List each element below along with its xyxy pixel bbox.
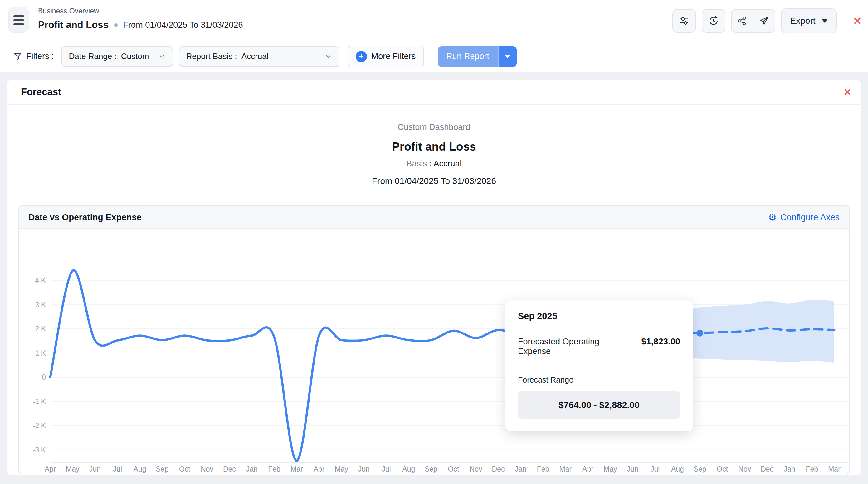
svg-text:Nov: Nov	[738, 465, 751, 473]
more-filters-label: More Filters	[371, 52, 416, 61]
svg-text:Jul: Jul	[381, 465, 391, 473]
chevron-down-icon	[158, 53, 166, 60]
svg-text:Mar: Mar	[290, 465, 303, 473]
filter-funnel-icon	[13, 52, 23, 61]
svg-text:Jun: Jun	[89, 465, 101, 473]
svg-text:May: May	[66, 465, 80, 473]
svg-text:Jun: Jun	[627, 465, 638, 473]
dashboard-subtitle: Custom Dashboard	[6, 122, 862, 132]
plus-icon: +	[356, 51, 367, 62]
refresh-history-button[interactable]	[702, 9, 725, 33]
date-range-label: Date Range :	[69, 52, 117, 61]
refresh-history-icon	[708, 15, 719, 27]
svg-text:Aug: Aug	[671, 465, 684, 473]
svg-text:Apr: Apr	[582, 465, 593, 473]
tooltip-range-value: $764.00 - $2,882.00	[518, 391, 680, 419]
page-title: Profit and Loss	[38, 19, 108, 31]
svg-text:2 K: 2 K	[35, 325, 46, 333]
chart-card: Date vs Operating Expense ⚙ Configure Ax…	[19, 205, 849, 474]
svg-text:-1 K: -1 K	[33, 398, 46, 406]
svg-text:Oct: Oct	[448, 465, 459, 473]
svg-text:4 K: 4 K	[35, 276, 46, 284]
more-filters-button[interactable]: + More Filters	[348, 46, 424, 67]
svg-text:Apr: Apr	[44, 465, 56, 473]
divider	[518, 329, 680, 329]
share-button[interactable]	[732, 10, 753, 32]
svg-text:Jul: Jul	[651, 465, 659, 473]
close-forecast-button[interactable]: ✕	[843, 87, 851, 97]
tooltip-metric-label: Forecasted Operating Expense	[518, 337, 634, 356]
report-basis-line: Basis : Accrual	[6, 159, 862, 169]
date-range-dropdown[interactable]: Date Range : Custom	[61, 46, 173, 67]
share-icon	[737, 16, 748, 26]
dot-separator	[114, 23, 118, 27]
header-date-range: From 01/04/2025 To 31/03/2026	[123, 20, 243, 30]
svg-text:Jul: Jul	[113, 465, 122, 473]
svg-text:-2 K: -2 K	[33, 422, 46, 430]
top-header-bar: Business Overview Profit and Loss From 0…	[0, 0, 868, 40]
svg-text:Aug: Aug	[402, 465, 415, 473]
svg-text:3 K: 3 K	[35, 301, 46, 309]
report-basis-dropdown[interactable]: Report Basis : Accrual	[179, 46, 339, 67]
run-report-split-button: Run Report	[438, 46, 517, 67]
chart-card-header: Date vs Operating Expense ⚙ Configure Ax…	[19, 206, 849, 229]
report-basis-label: Report Basis :	[186, 52, 237, 61]
svg-text:Oct: Oct	[717, 465, 728, 473]
svg-text:Apr: Apr	[314, 465, 325, 473]
svg-text:Dec: Dec	[761, 465, 773, 473]
svg-text:Mar: Mar	[559, 465, 572, 473]
tooltip-range-label: Forecast Range	[518, 375, 680, 385]
forecast-line-chart[interactable]: 4 K3 K2 K1 K0-1 K-2 K-3 KApr2023May2023J…	[19, 229, 849, 473]
svg-text:-3 K: -3 K	[33, 446, 46, 454]
run-report-dropdown-button[interactable]	[498, 46, 517, 67]
close-report-button[interactable]: ✕	[853, 16, 862, 26]
customize-button[interactable]	[672, 9, 696, 33]
breadcrumb: Business Overview	[38, 7, 99, 15]
hamburger-menu-button[interactable]	[8, 7, 29, 33]
svg-text:Aug: Aug	[133, 465, 146, 473]
svg-text:Sep: Sep	[156, 465, 169, 473]
tooltip-metric-value: $1,823.00	[641, 337, 680, 347]
configure-axes-link[interactable]: ⚙ Configure Axes	[768, 212, 840, 222]
chart-plot-area: 4 K3 K2 K1 K0-1 K-2 K-3 KApr2023May2023J…	[19, 229, 849, 473]
svg-text:1 K: 1 K	[35, 349, 46, 357]
export-button[interactable]: Export	[781, 8, 837, 33]
send-icon	[759, 16, 769, 26]
chevron-down-icon	[505, 55, 510, 58]
svg-text:Jun: Jun	[358, 465, 370, 473]
chart-tooltip: Sep 2025 Forecasted Operating Expense $1…	[505, 301, 693, 431]
svg-text:Nov: Nov	[470, 465, 483, 473]
report-period: From 01/04/2025 To 31/03/2026	[6, 176, 862, 186]
chevron-down-icon	[324, 53, 332, 60]
svg-text:Nov: Nov	[200, 465, 213, 473]
date-range-value: Custom	[121, 52, 149, 61]
configure-axes-label: Configure Axes	[780, 212, 840, 222]
page: Business Overview Profit and Loss From 0…	[0, 0, 868, 484]
svg-text:Dec: Dec	[492, 465, 505, 473]
svg-text:May: May	[603, 465, 617, 473]
svg-text:Feb: Feb	[537, 465, 550, 473]
chart-title: Date vs Operating Expense	[28, 212, 142, 222]
filter-bar: Filters : Date Range : Custom Report Bas…	[0, 40, 868, 73]
svg-text:0: 0	[42, 373, 46, 381]
tooltip-title: Sep 2025	[518, 311, 680, 321]
send-button[interactable]	[753, 10, 775, 32]
svg-text:Sep: Sep	[425, 465, 437, 473]
forecast-panel-title: Forecast	[21, 86, 61, 98]
forecast-panel: Forecast ✕ Custom Dashboard Profit and L…	[6, 80, 862, 475]
svg-text:Jan: Jan	[246, 465, 258, 473]
run-report-button[interactable]: Run Report	[438, 46, 498, 67]
forecast-panel-header: Forecast ✕	[6, 80, 862, 105]
report-heading-block: Custom Dashboard Profit and Loss Basis :…	[6, 122, 862, 186]
svg-text:Feb: Feb	[268, 465, 280, 473]
svg-text:Feb: Feb	[806, 465, 818, 473]
filters-label: Filters :	[13, 52, 54, 61]
report-title: Profit and Loss	[6, 140, 862, 153]
sliders-icon	[679, 15, 690, 27]
export-label: Export	[790, 16, 815, 26]
svg-text:Sep: Sep	[693, 465, 706, 473]
svg-text:Dec: Dec	[223, 465, 236, 473]
hamburger-icon	[13, 15, 24, 17]
svg-text:Jan: Jan	[515, 465, 526, 473]
svg-text:May: May	[335, 465, 348, 473]
